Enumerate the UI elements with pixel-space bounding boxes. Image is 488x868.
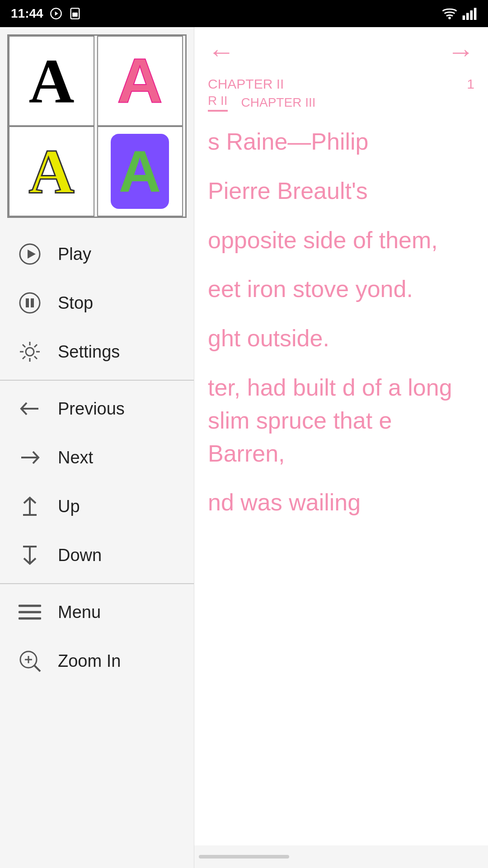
chapter-tab-next[interactable]: CHAPTER III — [241, 95, 316, 110]
menu-divider-2 — [0, 583, 194, 584]
svg-marker-10 — [28, 250, 36, 259]
menu-section-playback: Play Stop — [0, 230, 194, 376]
arrow-up-icon — [18, 495, 42, 518]
menu-section-misc: Menu Zoom In — [0, 588, 194, 685]
text-block-6: nd was wailing — [208, 486, 474, 519]
font-style-grid: A A A A — [7, 34, 187, 218]
menu-item-down[interactable]: Down — [0, 531, 194, 580]
menu-item-up[interactable]: Up — [0, 482, 194, 531]
svg-line-22 — [23, 356, 25, 359]
chapter-label: CHAPTER II — [208, 76, 284, 92]
font-cell-black[interactable]: A — [9, 36, 94, 126]
main-layout: A A A A — [0, 27, 488, 868]
down-label: Down — [58, 546, 102, 565]
svg-line-20 — [34, 356, 37, 359]
top-nav: ← → — [208, 36, 474, 67]
text-block-5: ter, had built d of a long slim spruce t… — [208, 371, 474, 470]
zoom-in-icon — [18, 649, 42, 673]
status-time: 11:44 — [11, 6, 43, 21]
arrow-right-icon — [18, 446, 42, 469]
previous-label: Previous — [58, 399, 125, 419]
nav-forward-button[interactable]: → — [447, 36, 474, 67]
zoom-in-label: Zoom In — [58, 651, 121, 671]
menu-item-settings[interactable]: Settings — [0, 327, 194, 376]
pause-icon — [18, 291, 42, 315]
svg-line-21 — [34, 344, 37, 347]
font-cell-pink[interactable]: A — [97, 36, 183, 126]
settings-icon — [18, 340, 42, 363]
next-label: Next — [58, 448, 93, 467]
menu-item-zoom-in[interactable]: Zoom In — [0, 637, 194, 685]
svg-rect-13 — [31, 298, 34, 307]
sim-status-icon — [69, 7, 81, 20]
menu-icon — [18, 600, 42, 624]
font-cell-purple[interactable]: A — [97, 126, 183, 217]
left-panel: A A A A — [0, 27, 194, 868]
text-block-3: eet iron stove yond. — [208, 273, 474, 306]
menu-item-next[interactable]: Next — [0, 433, 194, 482]
svg-point-11 — [20, 293, 40, 313]
chapter-tab-active[interactable]: R II — [208, 94, 228, 112]
menu-item-previous[interactable]: Previous — [0, 384, 194, 433]
chapter-header: CHAPTER II 1 R II CHAPTER III — [208, 76, 474, 112]
menu-items: Play Stop — [0, 225, 194, 868]
up-label: Up — [58, 497, 80, 516]
svg-rect-3 — [72, 13, 78, 17]
play-icon — [18, 242, 42, 266]
svg-marker-1 — [55, 11, 58, 15]
svg-rect-12 — [26, 298, 29, 307]
play-label: Play — [58, 245, 91, 264]
nav-back-button[interactable]: ← — [208, 36, 235, 67]
svg-rect-8 — [474, 8, 477, 20]
signal-status-icon — [462, 7, 477, 20]
text-block-2: opposite side of them, — [208, 224, 474, 257]
arrow-down-icon — [18, 543, 42, 567]
svg-line-19 — [23, 344, 25, 347]
font-cell-yellow[interactable]: A — [9, 126, 94, 217]
book-text: s Raine—Philip Pierre Breault's opposite… — [208, 125, 474, 519]
chapter-num: 1 — [467, 76, 474, 92]
svg-line-33 — [34, 665, 40, 671]
play-status-icon — [50, 7, 62, 20]
settings-label: Settings — [58, 342, 120, 362]
svg-rect-6 — [466, 13, 469, 20]
text-block-0: s Raine—Philip — [208, 125, 474, 158]
menu-item-stop[interactable]: Stop — [0, 278, 194, 327]
svg-point-14 — [26, 348, 34, 356]
stop-label: Stop — [58, 293, 93, 313]
menu-item-menu[interactable]: Menu — [0, 588, 194, 637]
chapter-tab-row: R II CHAPTER III — [208, 94, 474, 112]
svg-rect-5 — [463, 15, 465, 20]
status-bar-right — [442, 7, 477, 20]
status-bar: 11:44 — [0, 0, 488, 27]
chapter-num-row: CHAPTER II 1 — [208, 76, 474, 92]
text-block-4: ght outside. — [208, 322, 474, 355]
right-panel: ← → CHAPTER II 1 R II CHAPTER III s Rain… — [194, 27, 488, 868]
bottom-indicator — [199, 855, 289, 859]
text-block-1: Pierre Breault's — [208, 175, 474, 208]
menu-divider-1 — [0, 380, 194, 381]
menu-section-navigation: Previous Next — [0, 384, 194, 580]
arrow-left-icon — [18, 397, 42, 420]
svg-point-4 — [448, 17, 451, 19]
menu-label: Menu — [58, 603, 101, 622]
status-bar-left: 11:44 — [11, 6, 81, 21]
wifi-status-icon — [442, 7, 457, 20]
menu-item-play[interactable]: Play — [0, 230, 194, 278]
svg-rect-7 — [470, 10, 473, 20]
